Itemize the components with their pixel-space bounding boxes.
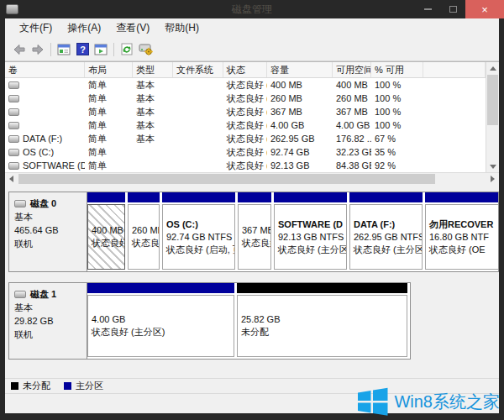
table-row[interactable]: SOFTWARE (D:) 简单 状态良好 (... 92.13 GB 84.3…	[5, 159, 486, 172]
close-button[interactable]: ×	[465, 0, 504, 18]
cell-type: 基本	[133, 106, 173, 118]
col-volume[interactable]: 卷	[5, 62, 85, 77]
disk-0-info[interactable]: 磁盘 0 基本 465.64 GB 联机	[8, 192, 87, 272]
partition-status: 状态良好 (OE	[429, 244, 499, 256]
volume-name: OS (C:)	[23, 147, 54, 157]
forward-icon[interactable]	[29, 42, 46, 57]
cell-capacity: 260 MB	[267, 93, 333, 103]
horizontal-scroll-thumb[interactable]	[18, 174, 435, 184]
partition-size: 25.82 GB	[241, 313, 403, 326]
cell-capacity: 4.00 GB	[267, 120, 333, 130]
partition-type-strip	[162, 192, 235, 202]
table-row[interactable]: DATA (F:) 简单 基本 状态良好 (... 262.95 GB 176.…	[5, 132, 486, 145]
help-icon[interactable]: ?	[74, 42, 91, 57]
cell-status: 状态良好 (...	[223, 119, 267, 132]
partition-4gb[interactable]: 4.00 GB状态良好 (主分区)	[87, 283, 234, 359]
partition-status: 状态良好	[132, 237, 155, 249]
app-icon	[6, 4, 18, 14]
menu-help[interactable]: 帮助(H)	[157, 21, 207, 35]
menu-file[interactable]: 文件(F)	[12, 21, 60, 35]
back-icon[interactable]	[11, 42, 28, 57]
col-filesystem[interactable]: 文件系统	[173, 62, 223, 77]
cell-layout: 简单	[85, 146, 133, 159]
volume-icon	[8, 149, 19, 156]
partition-size: 260 MB	[132, 224, 155, 237]
disk-0-row: 磁盘 0 基本 465.64 GB 联机 400 MB状态良好 260 MB状态…	[8, 192, 499, 272]
rescan-disks-icon[interactable]	[137, 42, 154, 57]
partition-size: 262.95 GB NTFS	[354, 231, 418, 244]
scroll-down-icon[interactable]	[486, 160, 499, 172]
partition-type-strip	[87, 283, 234, 293]
partition-367mb[interactable]: 367 MB状态良好	[238, 192, 271, 271]
partition-260mb[interactable]: 260 MB状态良好	[128, 192, 160, 271]
vertical-scrollbar[interactable]	[486, 62, 499, 172]
table-row[interactable]: OS (C:) 简单 状态良好 (... 92.74 GB 32.23 GB 3…	[5, 145, 486, 159]
cell-status: 状态良好 (...	[223, 92, 267, 105]
partition-type-strip	[128, 192, 160, 202]
cell-type: 基本	[133, 79, 173, 92]
partition-recovery-400mb[interactable]: 400 MB状态良好	[87, 192, 125, 271]
menu-action[interactable]: 操作(A)	[60, 21, 108, 35]
scroll-up-icon[interactable]	[486, 62, 499, 74]
horizontal-scrollbar[interactable]	[5, 172, 499, 185]
menu-view[interactable]: 查看(V)	[108, 21, 157, 35]
console-window-icon[interactable]	[55, 42, 72, 57]
cell-pct-free: 35 %	[371, 147, 423, 157]
scroll-left-icon[interactable]	[5, 173, 18, 185]
table-row[interactable]: 简单 基本 状态良好 (... 4.00 GB 4.00 GB 100 %	[5, 118, 486, 132]
volume-icon	[8, 108, 19, 116]
col-status[interactable]: 状态	[223, 62, 267, 77]
disk-0-partitions: 400 MB状态良好 260 MB状态良好 OS (C:)92.74 GB NT…	[87, 192, 499, 272]
refresh-icon[interactable]	[118, 42, 135, 57]
vertical-scroll-thumb[interactable]	[487, 75, 498, 125]
col-free-space[interactable]: 可用空间	[333, 62, 371, 77]
col-capacity[interactable]: 容量	[267, 62, 333, 77]
partition-os-c[interactable]: OS (C:)92.74 GB NTFS状态良好 (启动, 页	[162, 192, 235, 271]
col-pct-free[interactable]: % 可用	[371, 62, 423, 77]
table-row[interactable]: 简单 基本 状态良好 (... 367 MB 367 MB 100 %	[5, 105, 486, 118]
cell-type: 基本	[133, 119, 173, 132]
partition-status: 状态良好 (主分区)	[354, 244, 418, 256]
partition-type-strip	[87, 192, 125, 202]
volume-icon	[8, 162, 19, 170]
table-row[interactable]: 简单 基本 状态良好 (... 260 MB 260 MB 100 %	[5, 92, 486, 105]
partition-size: 367 MB	[242, 224, 267, 237]
table-row[interactable]: 简单 基本 状态良好 (... 400 MB 400 MB 100 %	[5, 78, 486, 92]
title-bar: 磁盘管理 ×	[0, 0, 504, 18]
cell-capacity: 367 MB	[267, 107, 333, 117]
partition-status: 状态良好 (启动, 页	[166, 244, 231, 256]
cell-pct-free: 100 %	[371, 80, 423, 90]
svg-text:?: ?	[80, 45, 86, 55]
cell-free: 84.38 GB	[333, 160, 371, 171]
partition-type-strip	[425, 192, 499, 202]
partition-unallocated[interactable]: 25.82 GB未分配	[237, 283, 407, 359]
col-layout[interactable]: 布局	[85, 62, 133, 77]
disk-type: 基本	[14, 210, 81, 223]
volume-icon	[8, 95, 19, 102]
col-type[interactable]: 类型	[133, 62, 173, 77]
watermark-text: Win8系统之家	[394, 391, 500, 413]
disk-1-partitions: 4.00 GB状态良好 (主分区) 25.82 GB未分配	[87, 282, 411, 360]
partition-recovery-oem[interactable]: 勿用RECOVER16.80 GB NTF状态良好 (OE	[425, 192, 499, 271]
minimize-button[interactable]	[415, 0, 440, 18]
disk-icon	[14, 291, 26, 298]
cell-layout: 简单	[85, 133, 133, 145]
volume-name: SOFTWARE (D:)	[23, 160, 85, 171]
maximize-button[interactable]	[440, 0, 465, 18]
partition-type-strip	[274, 192, 347, 202]
disk-status: 联机	[14, 237, 81, 250]
scroll-right-icon[interactable]	[486, 173, 499, 185]
cell-pct-free: 67 %	[371, 134, 423, 144]
disk-size: 465.64 GB	[14, 223, 81, 237]
volume-list-viewport: 卷 布局 类型 文件系统 状态 容量 可用空间 % 可用 简单 基本 状态良好 …	[5, 62, 486, 172]
disk-name: 磁盘 1	[30, 287, 56, 301]
partition-software-d[interactable]: SOFTWARE (D92.13 GB NTFS状态良好 (主分区	[274, 192, 347, 271]
partition-title: DATA (F:)	[354, 218, 418, 231]
partition-status: 状态良好 (主分区)	[92, 326, 230, 339]
cell-status: 状态良好 (...	[223, 146, 267, 159]
legend-label: 未分配	[23, 380, 50, 392]
action-pane-icon[interactable]	[92, 42, 109, 57]
partition-data-f[interactable]: DATA (F:)262.95 GB NTFS状态良好 (主分区)	[349, 192, 423, 271]
disk-1-info[interactable]: 磁盘 1 基本 29.82 GB 联机	[8, 282, 87, 360]
volume-icon	[8, 135, 19, 143]
